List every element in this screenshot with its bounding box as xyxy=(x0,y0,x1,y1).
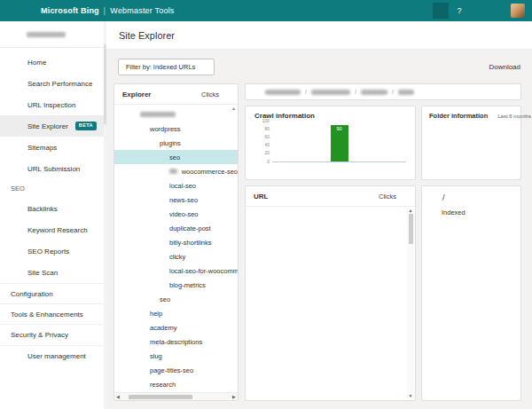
sidebar-item-label: Search Performance xyxy=(27,80,92,88)
tree-item-local-seo[interactable]: local-seo xyxy=(114,178,238,193)
tree-item-woocommerce-seo[interactable]: woocommerce-seo xyxy=(114,164,238,178)
sidebar-group-tools-enhancements[interactable]: Tools & Enhancements xyxy=(0,303,106,324)
y-tick-label: 0 xyxy=(267,160,270,164)
scrollbar-thumb[interactable] xyxy=(409,214,413,244)
tree-item-label: research xyxy=(150,381,176,389)
sidebar-item-backlinks[interactable]: Backlinks xyxy=(0,198,106,219)
tree-item-academy[interactable]: academy xyxy=(114,320,238,334)
tree-item-seo[interactable]: seo xyxy=(114,150,238,164)
bell-icon xyxy=(436,6,446,16)
sidebar-section-seo[interactable]: SEO xyxy=(0,179,106,198)
sidebar-item-label: Home xyxy=(27,59,46,67)
chevron-down-icon xyxy=(139,140,145,146)
search-icon xyxy=(11,100,20,110)
url-sort-clicks[interactable]: Clicks xyxy=(379,193,407,201)
tree-item-meta-descriptions[interactable]: meta-descriptions xyxy=(114,334,238,349)
sidebar-item-site-scan[interactable]: Site Scan xyxy=(0,262,106,283)
tree-item-local-seo-for-woocommerce[interactable]: local-seo-for-woocommerce xyxy=(114,263,238,278)
tree-item-label: slug xyxy=(150,352,162,360)
help-button[interactable]: ? xyxy=(451,3,467,19)
chevron-down-icon xyxy=(200,64,207,70)
crawl-chart-x-labels xyxy=(272,162,406,165)
breadcrumb-separator: / xyxy=(392,89,394,95)
breadcrumb-separator: / xyxy=(355,89,356,95)
tree-item-label: woocommerce-seo xyxy=(182,168,238,176)
breadcrumb-segments: /// xyxy=(265,89,414,95)
folder-information-header: Folder information Last 6 months xyxy=(429,112,513,120)
tree-item-research[interactable]: research xyxy=(114,377,238,391)
sidebar-item-sitemaps[interactable]: Sitemaps xyxy=(0,137,106,158)
tree-item-news-seo[interactable]: news-seo xyxy=(114,193,238,207)
scrollbar-thumb[interactable] xyxy=(129,395,192,399)
tree-item-clicky[interactable]: clicky xyxy=(114,249,238,263)
sidebar-item-seo-reports[interactable]: SEO Reports xyxy=(0,240,106,262)
folder-icon xyxy=(158,252,167,261)
vertical-scrollbar[interactable]: ▲ ▼ xyxy=(407,208,414,398)
breadcrumb[interactable]: /// xyxy=(245,83,521,100)
sidebar-item-user-management[interactable]: User management xyxy=(0,345,106,366)
tree-item-help[interactable]: help xyxy=(114,306,238,320)
keyword-icon xyxy=(11,225,20,235)
tree-item-page-titles-seo[interactable]: page-titles-seo xyxy=(114,363,238,377)
tree-item-video-seo[interactable]: video-seo xyxy=(114,207,238,221)
sidebar-group-configuration[interactable]: Configuration xyxy=(0,283,106,303)
download-icon xyxy=(476,62,485,71)
tree-item-duplicate-post[interactable]: duplicate-post xyxy=(114,221,238,235)
tree-item-root[interactable] xyxy=(114,107,238,122)
tree-item-label: help xyxy=(150,310,162,318)
sidebar-item-label: Backlinks xyxy=(27,205,58,213)
download-label: Download xyxy=(489,63,520,71)
settings-button[interactable] xyxy=(489,3,505,19)
redacted-breadcrumb-segment[interactable] xyxy=(398,90,414,95)
sidebar: HomeSearch PerformanceURL InspectionSite… xyxy=(0,21,106,409)
explorer-header: Explorer Clicks xyxy=(114,84,238,105)
beta-badge: BETA xyxy=(75,122,97,130)
right-column: Folder information Last 6 months xyxy=(421,106,521,401)
tree-item-seo[interactable]: seo xyxy=(114,292,238,306)
chevron-right-icon xyxy=(129,381,136,388)
tree-item-plugins[interactable]: plugins xyxy=(114,136,238,150)
home-icon xyxy=(11,58,20,67)
sidebar-group-security-privacy[interactable]: Security & Privacy xyxy=(0,324,106,344)
sidebar-item-site-explorer[interactable]: Site ExplorerBETA xyxy=(0,115,106,137)
brand: Microsoft Bing|Webmaster Tools xyxy=(41,6,175,15)
feedback-button[interactable] xyxy=(470,3,486,19)
tree-item-label: video-seo xyxy=(169,210,199,218)
horizontal-scrollbar[interactable]: ◀▶ xyxy=(114,392,238,400)
tree-item-wordpress[interactable]: wordpress xyxy=(114,122,238,136)
site-selector[interactable] xyxy=(0,21,106,48)
filter-dropdown[interactable]: Filter by: Indexed URLs xyxy=(118,59,215,75)
date-range[interactable]: Last 6 months xyxy=(488,113,531,120)
scan-icon xyxy=(11,268,20,278)
chevron-down-icon xyxy=(89,331,96,338)
redacted-label xyxy=(140,112,176,117)
sidebar-item-url-submission[interactable]: URL Submission xyxy=(0,158,106,179)
sidebar-item-url-inspection[interactable]: URL Inspection xyxy=(0,94,106,115)
chevron-down-icon xyxy=(90,31,98,38)
app-window: Microsoft Bing|Webmaster Tools ? HomeSea… xyxy=(0,0,532,409)
chevron-right-icon xyxy=(149,169,155,175)
folder-icon xyxy=(158,209,167,218)
explorer-sort-clicks[interactable]: Clicks xyxy=(201,90,230,98)
tree-item-blog-metrics[interactable]: blog-metrics xyxy=(114,278,238,292)
redacted-breadcrumb-segment[interactable] xyxy=(361,90,387,95)
sidebar-item-keyword-research[interactable]: Keyword Research xyxy=(0,219,106,240)
notifications-button[interactable] xyxy=(433,3,449,19)
y-tick-label: 60 xyxy=(264,135,270,139)
folder-icon xyxy=(158,167,167,176)
waffle-icon[interactable] xyxy=(7,5,18,16)
sidebar-item-search-performance[interactable]: Search Performance xyxy=(0,73,106,94)
sidebar-item-home[interactable]: Home xyxy=(0,51,106,73)
tree-item-bitly-shortlinks[interactable]: bitly-shortlinks xyxy=(114,235,238,249)
tree-item-slug[interactable]: slug xyxy=(114,349,238,363)
folder-icon xyxy=(148,138,157,147)
download-button[interactable]: Download xyxy=(476,62,520,71)
url-column-title: URL xyxy=(254,193,268,201)
folder-icon xyxy=(158,266,167,275)
scroll-up-arrow[interactable]: ▲ xyxy=(231,106,236,111)
redacted-breadcrumb-segment[interactable] xyxy=(311,90,350,95)
avatar[interactable] xyxy=(511,4,525,18)
redacted-breadcrumb-segment[interactable] xyxy=(265,90,301,95)
explorer-icon xyxy=(11,122,20,131)
folder-icon xyxy=(138,309,147,318)
